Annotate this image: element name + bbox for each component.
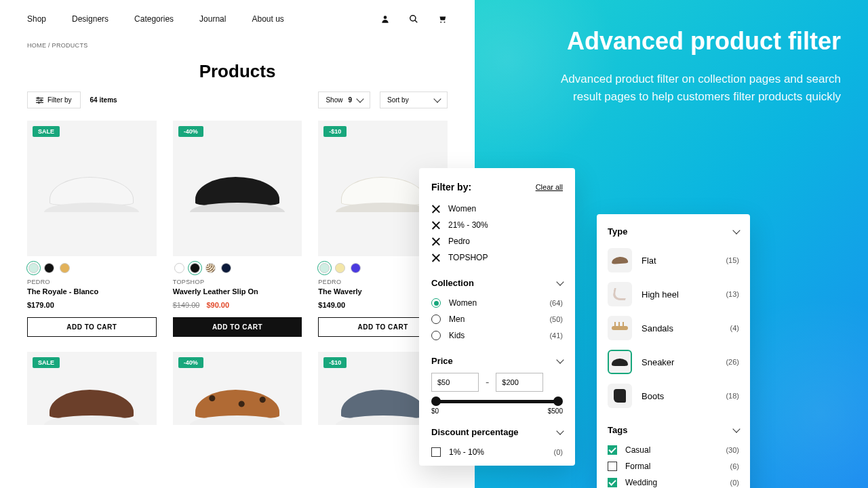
price-min-input[interactable] [431, 373, 479, 392]
sort-label: Sort by [387, 96, 409, 104]
filter-panel: Filter by: Clear all Women 21% - 30% Ped… [419, 168, 575, 466]
nav-journal[interactable]: Journal [199, 14, 226, 24]
nav-shop[interactable]: Shop [27, 14, 46, 24]
clear-all-link[interactable]: Clear all [536, 183, 563, 191]
svg-point-4 [444, 22, 446, 23]
show-label: Show [326, 96, 342, 104]
discount-badge: -$10 [323, 126, 347, 137]
nav-about[interactable]: About us [252, 14, 283, 24]
color-swatch[interactable] [44, 263, 54, 273]
color-swatch[interactable] [351, 263, 361, 273]
discount-badge: -$10 [323, 357, 347, 368]
flat-shoe-icon [608, 248, 632, 272]
discount-option[interactable]: 1% - 10%(0) [431, 444, 563, 460]
active-filter-chip[interactable]: Women [431, 201, 563, 217]
checkbox-icon [608, 478, 617, 487]
svg-line-2 [415, 20, 418, 23]
item-count: 64 items [90, 96, 117, 104]
search-icon[interactable] [408, 14, 419, 24]
discount-badge: -40% [178, 126, 203, 137]
collection-option[interactable]: Men(50) [431, 311, 563, 327]
checkbox-icon [608, 445, 617, 455]
color-swatch[interactable] [174, 263, 184, 273]
chip-label: Women [448, 204, 476, 214]
price-max-input[interactable] [496, 373, 543, 392]
type-option[interactable]: High heel(13) [608, 277, 739, 311]
color-swatch[interactable] [335, 263, 345, 273]
chevron-down-icon [556, 356, 564, 363]
radio-icon [431, 298, 441, 308]
sneaker-shoe-icon [608, 350, 632, 374]
filter-heading: Filter by: [431, 182, 471, 192]
type-option[interactable]: Sandals(4) [608, 311, 739, 345]
product-thumb: -40% [173, 352, 302, 425]
type-section-header[interactable]: Type [608, 226, 739, 237]
show-value: 9 [348, 96, 352, 104]
slider-min-label: $0 [431, 407, 439, 415]
page-title: Products [27, 61, 448, 82]
active-filter-chip[interactable]: 21% - 30% [431, 217, 563, 233]
checkbox-icon [431, 447, 441, 457]
tag-option[interactable]: Casual(30) [608, 442, 739, 458]
color-swatch[interactable] [60, 263, 70, 273]
svg-point-8 [37, 97, 39, 98]
discount-section-header[interactable]: Discount percentage [431, 427, 563, 437]
collection-toolbar: Filter by 64 items Show 9 Sort by [27, 92, 448, 108]
shoe-icon [336, 165, 431, 212]
slider-max-label: $500 [548, 407, 563, 415]
color-swatch[interactable] [190, 263, 200, 273]
chip-label: 21% - 30% [448, 220, 488, 230]
product-card[interactable]: -40% [173, 352, 302, 425]
range-dash: - [486, 376, 489, 388]
close-icon [431, 205, 440, 214]
slider-handle[interactable] [553, 396, 563, 406]
color-swatch[interactable] [319, 263, 330, 273]
collection-option[interactable]: Women(64) [431, 295, 563, 311]
type-option[interactable]: Flat(15) [608, 243, 739, 277]
nav-designers[interactable]: Designers [72, 14, 108, 24]
color-swatch[interactable] [205, 263, 216, 273]
tag-option[interactable]: Formal(6) [608, 458, 739, 474]
show-select[interactable]: Show 9 [318, 92, 370, 108]
color-swatch[interactable] [221, 263, 231, 273]
nav-categories[interactable]: Categories [134, 14, 174, 24]
tag-option[interactable]: Wedding(0) [608, 474, 739, 488]
active-filter-chip[interactable]: TOPSHOP [431, 249, 563, 266]
top-nav: Shop Designers Categories Journal About … [27, 0, 448, 38]
chevron-down-icon [433, 95, 441, 102]
sort-select[interactable]: Sort by [380, 92, 448, 108]
chevron-down-icon [556, 427, 564, 434]
product-price: $149.00 [318, 301, 345, 309]
discount-badge: -40% [178, 357, 203, 368]
vendor-label: TOPSHOP [173, 279, 302, 285]
product-card[interactable]: -40% TOPSHOP Waverly Leather Slip On $14… [173, 121, 302, 337]
close-icon [431, 253, 440, 262]
price-section-header[interactable]: Price [431, 356, 563, 366]
product-card[interactable]: SALE PEDRO The Royale - Blanco $179.00 A… [27, 121, 157, 337]
svg-point-1 [410, 16, 416, 21]
sandal-shoe-icon [608, 316, 632, 340]
chip-label: Pedro [448, 237, 470, 246]
active-filter-chip[interactable]: Pedro [431, 233, 563, 249]
radio-icon [431, 331, 441, 340]
type-option[interactable]: Sneaker(26) [608, 345, 739, 379]
cart-icon[interactable] [437, 14, 448, 24]
add-to-cart-button[interactable]: ADD TO CART [27, 317, 157, 337]
collection-section-header[interactable]: Collection [431, 278, 563, 288]
svg-point-10 [38, 102, 39, 103]
product-grid: SALE PEDRO The Royale - Blanco $179.00 A… [27, 121, 448, 425]
chevron-down-icon [732, 425, 740, 432]
price-slider[interactable] [433, 400, 561, 403]
price-sale: $90.00 [206, 301, 229, 309]
color-swatch[interactable] [28, 263, 39, 273]
add-to-cart-button[interactable]: ADD TO CART [173, 317, 302, 337]
slider-handle[interactable] [431, 396, 441, 406]
tags-section-header[interactable]: Tags [608, 425, 739, 435]
shoe-icon [44, 165, 139, 212]
checkbox-icon [608, 462, 617, 471]
user-icon[interactable] [380, 14, 391, 24]
collection-option[interactable]: Kids(41) [431, 327, 563, 344]
type-option[interactable]: Boots(18) [608, 379, 739, 413]
filter-by-button[interactable]: Filter by [27, 92, 81, 108]
product-card[interactable]: SALE [27, 352, 157, 425]
